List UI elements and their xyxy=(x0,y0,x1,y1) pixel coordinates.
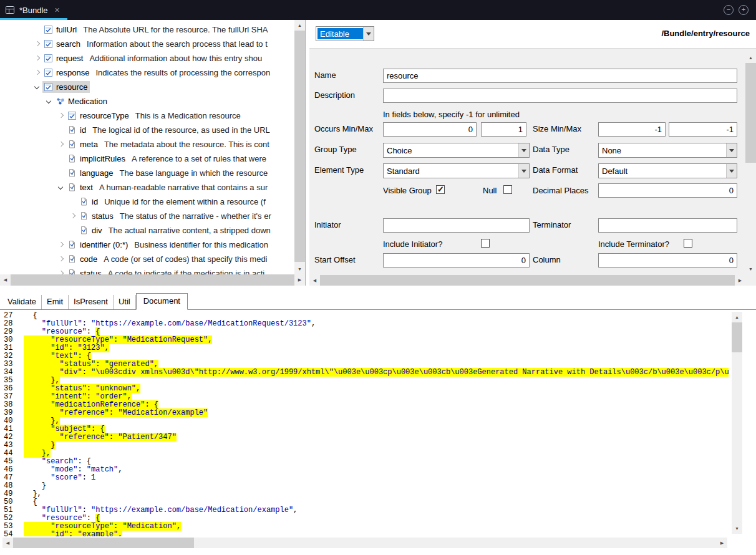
visible-group-checkbox[interactable] xyxy=(436,185,445,194)
expand-chevron-icon[interactable] xyxy=(56,269,66,275)
tree-item-id[interactable]: idUnique id for the element within a res… xyxy=(0,195,294,209)
tree-node[interactable]: implicitRules xyxy=(66,153,127,165)
tree-item-meta[interactable]: metaThe metadata about the resource. Thi… xyxy=(0,137,294,152)
tree-item-div[interactable]: divThe actual narrative content, a strip… xyxy=(0,223,294,238)
initiator-input[interactable] xyxy=(383,218,530,233)
scroll-thumb[interactable] xyxy=(732,322,742,352)
tree-item-language[interactable]: languageThe base language in which the r… xyxy=(0,166,294,180)
occurs-min-input[interactable] xyxy=(383,122,477,137)
tree-item-resourceType[interactable]: resourceTypeThis is a Medication resourc… xyxy=(0,109,294,123)
tree-node[interactable]: id xyxy=(78,196,100,208)
data-type-dropdown[interactable]: None xyxy=(598,143,737,158)
tree-node[interactable]: search xyxy=(42,38,82,50)
expand-chevron-icon[interactable] xyxy=(56,254,66,264)
tree-node[interactable]: code xyxy=(66,253,99,265)
element-type-dropdown[interactable]: Standard xyxy=(383,163,530,178)
mode-dropdown[interactable]: Editable xyxy=(316,26,374,41)
properties-vertical-scrollbar[interactable]: ▲ ▼ xyxy=(745,52,756,274)
properties-horizontal-scrollbar[interactable]: ◀ ▶ xyxy=(309,275,745,286)
tree-node[interactable]: meta xyxy=(66,138,100,150)
tab-document[interactable]: Document xyxy=(136,293,188,310)
tree-item-code[interactable]: codeA code (or set of codes) that specif… xyxy=(0,252,294,266)
tab-ispresent[interactable]: IsPresent xyxy=(69,295,114,309)
include-terminator-checkbox[interactable] xyxy=(684,239,692,248)
tree-item-status[interactable]: statusA code to indicate if the medicati… xyxy=(0,266,294,274)
expand-chevron-icon[interactable] xyxy=(56,111,66,121)
scroll-thumb[interactable] xyxy=(13,538,194,548)
scroll-left-icon[interactable]: ◀ xyxy=(309,275,320,286)
tree-node[interactable]: div xyxy=(78,224,104,236)
expand-chevron-icon[interactable] xyxy=(68,211,78,221)
tree-node[interactable]: request xyxy=(42,52,85,64)
tab-util[interactable]: Util xyxy=(114,295,136,309)
size-max-input[interactable] xyxy=(669,122,737,137)
code-vertical-scrollbar[interactable]: ▲ ▼ xyxy=(732,312,742,534)
scroll-thumb[interactable] xyxy=(320,275,735,286)
expand-chevron-icon[interactable] xyxy=(32,54,42,64)
tree-node[interactable]: status xyxy=(66,268,104,274)
window-minimize-button[interactable]: − xyxy=(724,5,734,15)
scroll-left-icon[interactable]: ◀ xyxy=(0,274,11,285)
tree-item-id[interactable]: idThe logical id of the resource, as use… xyxy=(0,123,294,137)
scroll-down-icon[interactable]: ▼ xyxy=(294,264,305,274)
occurs-max-input[interactable] xyxy=(481,122,526,137)
data-format-dropdown[interactable]: Default xyxy=(598,163,737,178)
tab-emit[interactable]: Emit xyxy=(42,295,69,309)
expand-chevron-icon[interactable] xyxy=(56,140,66,150)
chevron-down-icon[interactable] xyxy=(726,143,737,157)
scroll-thumb[interactable] xyxy=(11,274,294,286)
scroll-right-icon[interactable]: ▶ xyxy=(717,538,727,548)
scroll-thumb[interactable] xyxy=(745,63,756,163)
scroll-down-icon[interactable]: ▼ xyxy=(745,264,756,274)
tree-vertical-scrollbar[interactable]: ▲ ▼ xyxy=(294,20,305,274)
description-input[interactable] xyxy=(383,89,737,103)
tree-node[interactable]: identifier (0:*) xyxy=(66,239,130,251)
expand-chevron-icon[interactable] xyxy=(56,240,66,250)
scroll-up-icon[interactable]: ▲ xyxy=(732,312,742,322)
chevron-down-icon[interactable] xyxy=(518,143,529,157)
tree-item-Medication[interactable]: Medication xyxy=(0,94,294,109)
tree-item-request[interactable]: requestAdditional information about how … xyxy=(0,51,294,65)
tree-node[interactable]: fullUrl xyxy=(42,24,79,36)
start-offset-input[interactable] xyxy=(383,253,530,268)
tree-item-status[interactable]: statusThe status of the narrative - whet… xyxy=(0,209,294,223)
chevron-down-icon[interactable] xyxy=(363,27,374,41)
collapse-chevron-icon[interactable] xyxy=(56,183,66,193)
collapse-chevron-icon[interactable] xyxy=(32,82,42,92)
terminator-input[interactable] xyxy=(598,218,737,233)
scroll-thumb[interactable] xyxy=(294,31,305,262)
collapse-chevron-icon[interactable] xyxy=(44,97,54,107)
tree-horizontal-scrollbar[interactable]: ◀ ▶ xyxy=(0,274,305,286)
tree-item-identifier (0:*)[interactable]: identifier (0:*)Business identifier for … xyxy=(0,238,294,252)
tree-node[interactable]: resource xyxy=(42,81,90,93)
scroll-left-icon[interactable]: ◀ xyxy=(2,538,13,548)
expand-chevron-icon[interactable] xyxy=(32,39,42,49)
scroll-up-icon[interactable]: ▲ xyxy=(294,20,305,31)
scroll-up-icon[interactable]: ▲ xyxy=(745,52,756,63)
include-initiator-checkbox[interactable] xyxy=(481,239,490,248)
close-tab-icon[interactable]: × xyxy=(55,5,60,15)
expand-chevron-icon[interactable] xyxy=(32,68,42,78)
chevron-down-icon[interactable] xyxy=(518,164,529,178)
tree-item-search[interactable]: searchInformation about the search proce… xyxy=(0,37,294,51)
tab-validate[interactable]: Validate xyxy=(2,295,42,309)
null-checkbox[interactable] xyxy=(503,185,512,194)
tree-node[interactable]: resourceType xyxy=(66,110,131,122)
tree-item-implicitRules[interactable]: implicitRulesA reference to a set of rul… xyxy=(0,152,294,166)
tree-node[interactable]: text xyxy=(66,181,95,193)
tree-item-fullUrl[interactable]: fullUrlThe Absolute URL for the resource… xyxy=(0,22,294,37)
scroll-right-icon[interactable]: ▶ xyxy=(735,275,745,286)
tree-node[interactable]: language xyxy=(66,167,115,179)
code-horizontal-scrollbar[interactable]: ◀ ▶ xyxy=(2,538,727,548)
column-input[interactable] xyxy=(598,253,737,268)
tree-item-response[interactable]: responseIndicates the results of process… xyxy=(0,65,294,80)
scroll-right-icon[interactable]: ▶ xyxy=(294,274,305,285)
document-tab-bundle[interactable]: *Bundle × xyxy=(0,0,67,20)
size-min-input[interactable] xyxy=(598,122,666,137)
decimal-places-input[interactable] xyxy=(598,183,737,198)
window-maximize-button[interactable]: + xyxy=(739,5,749,15)
scroll-down-icon[interactable]: ▼ xyxy=(732,523,742,534)
name-input[interactable] xyxy=(383,69,737,83)
tree-node[interactable]: id xyxy=(66,124,88,136)
tree-item-resource[interactable]: resource xyxy=(0,80,294,94)
